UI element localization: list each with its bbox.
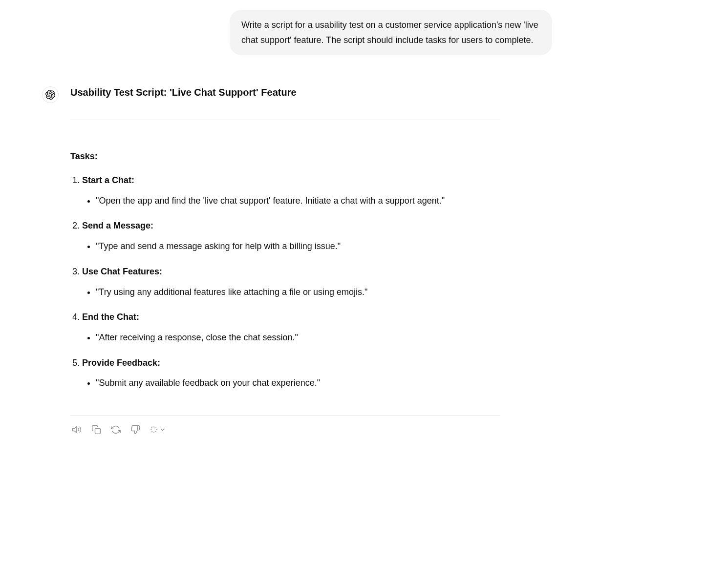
task-title: End the Chat:: [82, 312, 139, 322]
openai-logo-icon: [45, 90, 55, 100]
assistant-avatar: [42, 86, 59, 103]
regenerate-button[interactable]: [110, 424, 121, 435]
change-model-button[interactable]: [150, 425, 166, 434]
task-sublist: "Submit any available feedback on your c…: [82, 375, 500, 391]
refresh-icon: [111, 425, 121, 435]
response-title: Usability Test Script: 'Live Chat Suppor…: [70, 84, 500, 100]
task-sublist: "Open the app and find the 'live chat su…: [82, 193, 500, 208]
user-message-text: Write a script for a usability test on a…: [241, 20, 538, 45]
task-detail: "Open the app and find the 'live chat su…: [96, 193, 500, 208]
task-item: End the Chat: "After receiving a respons…: [82, 310, 500, 345]
task-title: Provide Feedback:: [82, 358, 160, 368]
sparkle-icon: [150, 425, 158, 434]
user-message-row: Write a script for a usability test on a…: [39, 10, 689, 55]
bottom-divider: [70, 415, 500, 416]
user-message-bubble: Write a script for a usability test on a…: [230, 10, 552, 55]
task-item: Provide Feedback: "Submit any available …: [82, 356, 500, 391]
chat-container: Write a script for a usability test on a…: [0, 0, 728, 455]
tasks-heading: Tasks:: [70, 149, 500, 164]
task-sublist: "Type and send a message asking for help…: [82, 239, 500, 254]
section-divider: [70, 120, 500, 120]
task-detail: "Submit any available feedback on your c…: [96, 375, 500, 391]
task-item: Use Chat Features: "Try using any additi…: [82, 265, 500, 299]
bad-response-button[interactable]: [130, 424, 141, 435]
tasks-list: Start a Chat: "Open the app and find the…: [70, 173, 500, 391]
task-sublist: "Try using any additional features like …: [82, 285, 500, 300]
assistant-message-row: Usability Test Script: 'Live Chat Suppor…: [39, 84, 689, 435]
task-detail: "Try using any additional features like …: [96, 285, 500, 300]
copy-icon: [91, 425, 101, 435]
task-title: Start a Chat:: [82, 175, 134, 185]
read-aloud-button[interactable]: [71, 424, 82, 435]
task-sublist: "After receiving a response, close the c…: [82, 330, 500, 345]
action-bar: [70, 424, 500, 435]
thumbs-down-icon: [130, 425, 140, 435]
chevron-down-icon: [159, 426, 166, 433]
svg-rect-0: [95, 428, 101, 434]
task-title: Send a Message:: [82, 221, 153, 230]
speaker-icon: [72, 425, 82, 435]
assistant-content: Usability Test Script: 'Live Chat Suppor…: [70, 84, 500, 435]
task-item: Start a Chat: "Open the app and find the…: [82, 173, 500, 208]
copy-button[interactable]: [91, 424, 102, 435]
task-item: Send a Message: "Type and send a message…: [82, 219, 500, 253]
task-title: Use Chat Features:: [82, 267, 162, 276]
task-detail: "Type and send a message asking for help…: [96, 239, 500, 254]
task-detail: "After receiving a response, close the c…: [96, 330, 500, 345]
